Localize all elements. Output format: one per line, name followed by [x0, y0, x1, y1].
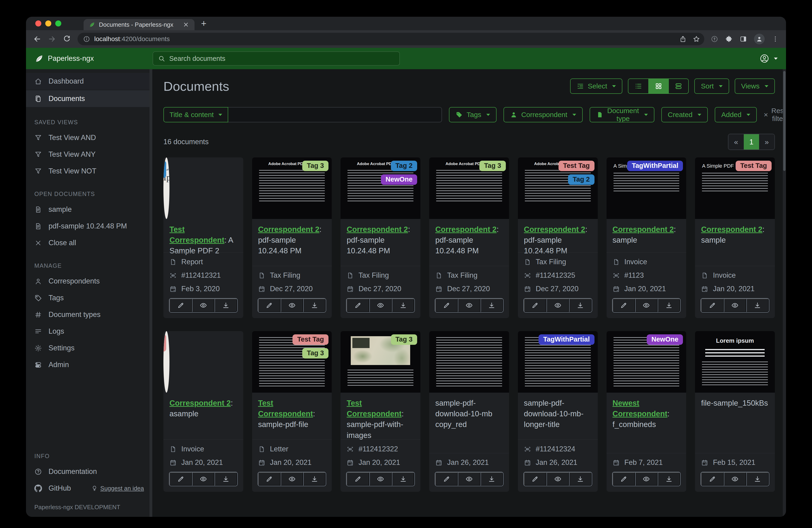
tag-badge-tag-2[interactable]: Tag 2 [391, 161, 417, 171]
download-button[interactable] [303, 472, 326, 486]
global-search[interactable] [153, 52, 400, 66]
tag-badge-test-tag[interactable]: Test Tag [292, 334, 329, 345]
created-filter-button[interactable]: Created [661, 107, 708, 123]
tag-badge-tag-2[interactable]: Tag 2 [163, 161, 166, 178]
document-thumbnail[interactable]: Lorem ipsum [695, 331, 775, 393]
side-panel-icon[interactable] [740, 35, 747, 43]
document-thumbnail[interactable]: Test TagTag 3 [252, 331, 332, 393]
tags-filter-button[interactable]: Tags [449, 107, 496, 123]
tag-badge-tag-3[interactable]: Tag 3 [391, 334, 417, 345]
sidebar-item-document-types[interactable]: Document types [26, 306, 152, 323]
sidebar-item-dashboard[interactable]: Dashboard [26, 73, 152, 90]
sidebar-item-admin[interactable]: Admin [26, 356, 152, 373]
download-button[interactable] [569, 472, 592, 486]
view-button[interactable] [281, 472, 303, 486]
correspondent-link[interactable]: Correspondent 2 [701, 225, 762, 233]
bookmark-star-icon[interactable] [693, 35, 700, 43]
tag-badge-newone[interactable]: NewOne [647, 334, 683, 345]
document-thumbnail[interactable]: NewOne [607, 331, 686, 393]
sidebar-item-tags[interactable]: Tags [26, 289, 152, 306]
browser-menu-icon[interactable] [772, 35, 779, 43]
title-content-filter-input[interactable] [228, 107, 442, 123]
view-button[interactable] [547, 472, 569, 486]
download-button[interactable] [569, 299, 592, 312]
document-date[interactable]: Jan 20, 2021 [701, 285, 769, 293]
download-button[interactable] [658, 472, 680, 486]
zoom-window-button[interactable] [55, 20, 61, 27]
document-date[interactable]: Dec 27, 2020 [435, 285, 503, 293]
document-title[interactable]: sample-pdf-download-10-mb-longer-title [524, 398, 592, 430]
edit-button[interactable] [258, 472, 281, 486]
document-type-filter-button[interactable]: Document type [590, 107, 654, 123]
download-button[interactable] [480, 472, 503, 486]
reset-filters-button[interactable]: × Reset filters [764, 107, 786, 123]
browser-profile-avatar[interactable] [754, 34, 765, 44]
sidebar-item-logs[interactable]: Logs [26, 323, 152, 340]
edit-button[interactable] [613, 472, 635, 486]
document-asn[interactable]: #112412321 [170, 271, 237, 280]
correspondent-link[interactable]: Correspondent 2 [435, 225, 496, 233]
document-type[interactable]: Invoice [170, 445, 237, 453]
edit-button[interactable] [524, 299, 547, 312]
back-button[interactable] [33, 35, 41, 43]
document-date[interactable]: Jan 20, 2021 [258, 458, 326, 467]
document-title[interactable]: Correspondent 2: sample [701, 224, 769, 245]
edit-button[interactable] [347, 472, 369, 486]
document-type[interactable]: Report [170, 258, 237, 266]
document-title[interactable]: Test Correspondent: sample-pdf-file [258, 398, 326, 430]
sidebar-item-test-view-not[interactable]: Test View NOT [26, 163, 152, 180]
correspondent-filter-button[interactable]: Correspondent [504, 107, 582, 123]
tag-badge-tagwithpartial[interactable]: TagWithPartial [627, 161, 683, 171]
document-type[interactable]: Tax Filing [258, 271, 326, 280]
document-date[interactable]: Dec 27, 2020 [524, 285, 592, 293]
minimize-window-button[interactable] [45, 20, 51, 27]
sidebar-item-close-all[interactable]: Close all [26, 234, 152, 251]
sidebar-item-github[interactable]: GitHubSuggest an idea [26, 480, 152, 497]
url-text[interactable]: localhost:4200/documents [94, 35, 675, 43]
tag-badge-tag-3[interactable]: Tag 3 [302, 348, 329, 358]
pagination-prev-button[interactable]: « [728, 134, 744, 149]
tag-badge-test-tag[interactable]: Test Tag [163, 334, 166, 352]
tag-badge-tagwithpartial[interactable]: TagWithPartial [539, 334, 594, 345]
view-button[interactable] [192, 472, 215, 486]
correspondent-link[interactable]: Test Correspondent [347, 399, 402, 418]
edit-button[interactable] [524, 472, 547, 486]
edit-button[interactable] [170, 299, 192, 312]
sidebar-item-pdf-sample-10-24-48-pm[interactable]: pdf-sample 10.24.48 PM [26, 218, 152, 234]
sidebar-item-test-view-and[interactable]: Test View AND [26, 129, 152, 146]
edit-button[interactable] [170, 472, 192, 486]
document-asn[interactable]: #112412322 [347, 445, 414, 453]
download-button[interactable] [392, 299, 414, 312]
sidebar-link-suggest-an-idea[interactable]: Suggest an idea [91, 485, 144, 492]
sidebar-item-sample[interactable]: sample [26, 201, 152, 218]
tag-badge-tag-3[interactable]: Tag 3 [302, 161, 329, 171]
correspondent-link[interactable]: Correspondent 2 [524, 225, 585, 233]
address-bar[interactable]: localhost:4200/documents [77, 33, 704, 45]
close-window-button[interactable] [35, 20, 41, 27]
edit-button[interactable] [347, 299, 369, 312]
document-date[interactable]: Dec 27, 2020 [258, 285, 326, 293]
view-button[interactable] [724, 299, 746, 312]
password-manager-icon[interactable] [711, 35, 718, 43]
download-button[interactable] [215, 472, 237, 486]
document-type[interactable]: Letter [258, 445, 326, 453]
document-title[interactable]: Correspondent 2: pdf-sample 10.24.48 PM [258, 224, 326, 256]
detail-view-button[interactable] [668, 79, 688, 93]
view-button[interactable] [192, 299, 215, 312]
document-title[interactable]: Correspondent 2: sample [613, 224, 680, 245]
document-title[interactable]: Correspondent 2: pdf-sample 10.24.48 PM [435, 224, 503, 256]
document-thumbnail[interactable]: A Simple PDF FileTagWithPartial [607, 157, 686, 219]
download-button[interactable] [746, 472, 769, 486]
brand[interactable]: Paperless-ngx [34, 54, 94, 63]
site-info-icon[interactable] [83, 35, 90, 42]
tag-badge-test-tag[interactable]: Test Tag [559, 161, 594, 171]
view-button[interactable] [724, 472, 746, 486]
download-button[interactable] [658, 299, 680, 312]
sidebar-item-documentation[interactable]: Documentation [26, 463, 152, 480]
user-menu-button[interactable] [759, 54, 778, 63]
document-title[interactable]: Test Correspondent: sample-pdf-with-imag… [347, 398, 414, 441]
download-button[interactable] [746, 299, 769, 312]
document-date[interactable]: Feb 15, 2021 [701, 458, 769, 467]
correspondent-link[interactable]: Newest Correspondent [613, 399, 668, 418]
document-title[interactable]: Correspondent 2: asample [170, 398, 237, 419]
